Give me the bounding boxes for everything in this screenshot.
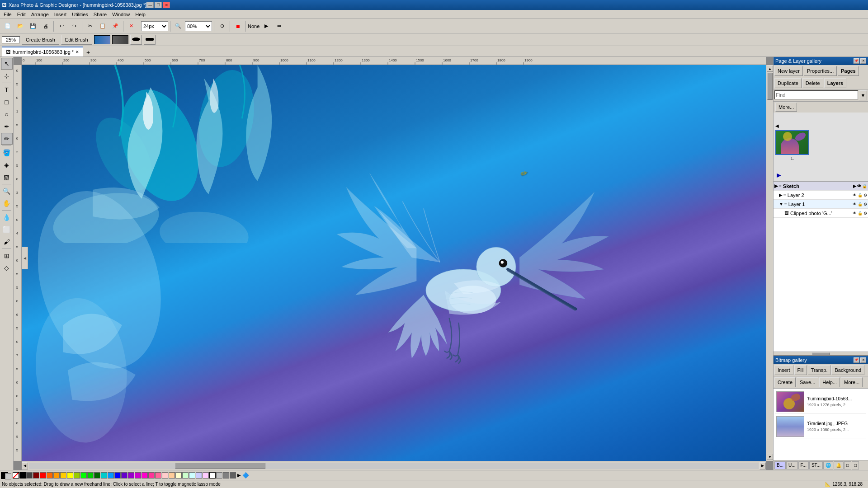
create-brush-button[interactable]: Create Brush: [22, 35, 59, 45]
panel-collapse-btn[interactable]: ◀: [22, 247, 28, 269]
stop-button[interactable]: ⏹: [232, 20, 244, 32]
right-tab-b[interactable]: B...: [774, 461, 786, 469]
color-lime[interactable]: [74, 472, 80, 479]
clipped-photo-action-3[interactable]: ⚙: [863, 211, 867, 216]
color-lavender[interactable]: [196, 472, 202, 479]
vertical-scroll-thumb[interactable]: [767, 73, 773, 100]
color-cyan[interactable]: [101, 472, 107, 479]
bevel-tool[interactable]: ◇: [1, 262, 13, 274]
right-tab-st[interactable]: ST...: [809, 461, 823, 469]
layer-sketch[interactable]: ▶ ≡ Sketch ▶ 👁 🔒: [774, 182, 868, 191]
open-button[interactable]: 📂: [14, 20, 26, 32]
layer-2[interactable]: ▶ ≡ Layer 2 👁 🔒 ⚙: [774, 191, 868, 200]
reset-button[interactable]: ⊙: [216, 20, 228, 32]
zoom-tool-left[interactable]: 🔍: [1, 185, 13, 197]
help-button[interactable]: Help...: [819, 377, 840, 387]
delete-button[interactable]: Delete: [802, 78, 823, 88]
find-input[interactable]: [774, 90, 858, 99]
color-green-bright[interactable]: [80, 472, 87, 479]
forward-button[interactable]: ➡: [273, 20, 285, 32]
pen-tool[interactable]: ✒: [1, 121, 13, 132]
shadow-tool[interactable]: ▧: [1, 171, 13, 183]
color-white[interactable]: [209, 472, 216, 479]
clipped-photo-item[interactable]: 🖼 Clipped photo 'G...' 👁 🔒 ⚙: [774, 209, 868, 218]
print-button[interactable]: 🖨: [40, 20, 52, 32]
color-pink[interactable]: [155, 472, 161, 479]
background-button[interactable]: Background: [831, 365, 864, 375]
zoom-select[interactable]: 80%50%100%200%: [185, 21, 212, 31]
save-button[interactable]: 💾: [27, 20, 39, 32]
clipped-photo-action-2[interactable]: 🔒: [858, 211, 863, 216]
color-light-pink[interactable]: [162, 472, 168, 479]
node-tool[interactable]: ⊹: [1, 70, 13, 82]
edit-brush-button[interactable]: Edit Brush: [61, 35, 92, 45]
clipped-photo-action-1[interactable]: 👁: [853, 211, 857, 216]
color-green[interactable]: [87, 472, 94, 479]
color-red[interactable]: [40, 472, 46, 479]
menu-share[interactable]: Share: [91, 11, 109, 18]
scroll-up-button[interactable]: ▲: [767, 66, 773, 72]
right-tab-globe[interactable]: 🌐: [823, 461, 833, 469]
create-button[interactable]: Create: [774, 377, 796, 387]
copy-button[interactable]: 📋: [97, 20, 108, 32]
insert-button[interactable]: Insert: [774, 365, 793, 375]
color-darkgreen[interactable]: [94, 472, 100, 479]
restore-button[interactable]: ❐: [155, 2, 162, 8]
layer1-action-3[interactable]: ⚙: [863, 202, 867, 206]
color-orange[interactable]: [47, 472, 53, 479]
color-amber[interactable]: [53, 472, 60, 479]
new-layer-button[interactable]: New layer: [774, 66, 803, 76]
canvas[interactable]: ✏: [22, 65, 766, 461]
right-tab-f[interactable]: F...: [798, 461, 809, 469]
color-gold[interactable]: [60, 472, 66, 479]
color-light-magenta[interactable]: [203, 472, 209, 479]
background-color[interactable]: [5, 473, 11, 479]
menu-window[interactable]: Window: [109, 11, 132, 18]
right-tab-u[interactable]: U...: [786, 461, 798, 469]
layers-tab-button[interactable]: Layers: [824, 78, 846, 88]
brush-size-select[interactable]: 24px12px36px: [141, 21, 168, 31]
duplicate-button[interactable]: Duplicate: [774, 78, 802, 88]
scroll-right-button[interactable]: ▶: [760, 462, 766, 469]
gallery-close-button[interactable]: ✕: [860, 58, 866, 64]
layer2-action-2[interactable]: 🔒: [858, 193, 863, 197]
color-preview-2[interactable]: [112, 35, 128, 44]
fill-tool[interactable]: 🪣: [1, 147, 13, 159]
close-button[interactable]: ✕: [163, 2, 170, 8]
tab-hummingbird[interactable]: 🖼 hummingbird-1056383.jpg * ✕: [2, 47, 83, 56]
color-dgray2[interactable]: [230, 472, 236, 479]
scroll-down-button[interactable]: ▼: [767, 454, 773, 460]
menu-help[interactable]: Help: [132, 11, 148, 18]
text-tool[interactable]: T: [1, 84, 13, 96]
eraser-tool[interactable]: ⬜: [1, 224, 13, 235]
rectangle-tool[interactable]: □: [1, 96, 13, 108]
gallery-pin-button[interactable]: 📌: [854, 58, 859, 64]
delete-button[interactable]: ✕: [125, 20, 137, 32]
ellipse-tool[interactable]: ○: [1, 108, 13, 120]
menu-insert[interactable]: Insert: [52, 11, 70, 18]
layer-1[interactable]: ▼ ≡ Layer 1 👁 🔒 ⚙: [774, 200, 868, 209]
more-button[interactable]: More...: [775, 103, 797, 112]
new-button[interactable]: 📄: [2, 20, 14, 32]
minimize-button[interactable]: —: [146, 2, 154, 8]
layer2-action-3[interactable]: ⚙: [863, 193, 867, 197]
color-peach[interactable]: [169, 472, 175, 479]
right-tab-bell[interactable]: 🔔: [834, 461, 844, 469]
save-button-bmp[interactable]: Save...: [797, 377, 818, 387]
color-magenta[interactable]: [135, 472, 141, 479]
color-light-cyan[interactable]: [189, 472, 195, 479]
sketch-action-2[interactable]: 👁: [857, 184, 861, 188]
blend-apply[interactable]: ▶: [260, 20, 272, 32]
crop-tool[interactable]: ⊞: [1, 250, 13, 262]
bitmap-gallery-pin[interactable]: 📌: [854, 357, 859, 363]
color-silver[interactable]: [216, 472, 222, 479]
vertical-scrollbar[interactable]: ▲ ▼: [766, 65, 773, 461]
panel-resize-thumb[interactable]: [812, 352, 830, 355]
paste-button[interactable]: 📌: [109, 20, 121, 32]
undo-button[interactable]: ↩: [56, 20, 67, 32]
push-tool[interactable]: ✋: [1, 197, 13, 209]
page-1-thumbnail[interactable]: [775, 130, 809, 155]
menu-utilities[interactable]: Utilities: [69, 11, 90, 18]
bitmap-item-hummingbird[interactable]: 'hummingbird-10563... 1920 x 1276 pixels…: [775, 390, 866, 413]
color-darkred[interactable]: [33, 472, 39, 479]
